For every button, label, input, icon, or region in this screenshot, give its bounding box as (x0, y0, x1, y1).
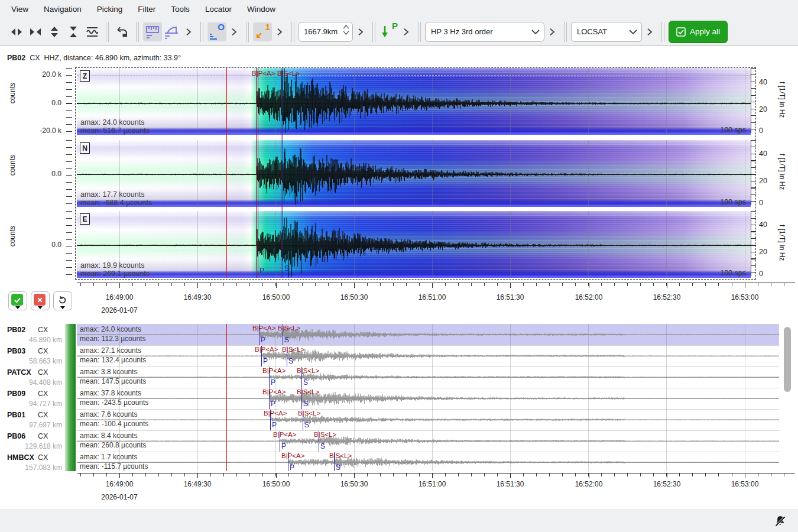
spinbox-arrows[interactable] (343, 25, 349, 35)
freq-tick-label: 40 (759, 220, 767, 229)
amax-annotation-e: amax: 19.9 kcounts (80, 261, 144, 270)
time-tick-label: 16:49:00 (96, 480, 143, 488)
overview-mode-icon: O (209, 24, 225, 40)
menu-picking[interactable]: Picking (92, 3, 128, 15)
toolbar-extension-button[interactable] (544, 22, 560, 41)
filter-select[interactable]: HP 3 Hz 3rd order (425, 22, 544, 42)
station-network: CX (38, 368, 48, 377)
freq-tick-label: 0 (759, 199, 763, 207)
toolbar-extension-button[interactable] (272, 22, 287, 41)
date-label: 2026-01-07 (93, 493, 146, 501)
time-tick-label: 16:52:00 (565, 293, 612, 301)
chevron-right-icon (401, 27, 411, 37)
compress-horizontal-button[interactable] (26, 22, 45, 41)
toolbar-extension-button[interactable] (181, 22, 196, 41)
undo-button[interactable] (113, 22, 132, 41)
channel-e[interactable]: E amax: 19.9 kcounts mean: 269.1 µcounts… (77, 211, 751, 278)
vertical-scrollbar[interactable] (784, 327, 791, 392)
station-network: CX (38, 347, 48, 355)
checkbox-checked-icon (676, 27, 686, 37)
chevron-right-icon (644, 27, 655, 37)
y-tick-label: -20.0 k (25, 126, 61, 135)
mean-annotation-n: mean: -688.4 µcounts (80, 199, 152, 207)
phase-p-letter: P (392, 21, 398, 31)
reject-picks-button[interactable] (31, 291, 50, 310)
station-network: CX (38, 453, 48, 462)
date-label: 2026-01-07 (93, 306, 146, 314)
revert-picks-button[interactable] (53, 291, 72, 310)
apply-all-button[interactable]: Apply all (669, 21, 728, 43)
waveform-e (77, 211, 751, 278)
mean-annotation-z: mean: 516.7 µcounts (80, 126, 150, 135)
chevron-right-icon (547, 27, 557, 37)
compress-vertical-button[interactable] (64, 22, 83, 41)
overview-mode-button[interactable]: O (207, 22, 226, 41)
freq-tick-label: 0 (759, 126, 763, 135)
distance-spinbox[interactable]: 1667.9km (299, 22, 353, 42)
freq-axis-label-z: f [1/T] in Hz (778, 82, 786, 118)
menu-view[interactable]: View (6, 3, 34, 15)
counts-axis-label-z: counts (8, 83, 17, 103)
channel-label-e: E (80, 213, 90, 225)
menu-tools[interactable]: Tools (166, 3, 195, 15)
waveform-n (77, 140, 751, 207)
dropdown-arrow (38, 306, 43, 309)
y-tick-label: 0.0 (25, 241, 61, 249)
y-tick-label: 0.0 (25, 99, 61, 107)
time-axis-line (77, 473, 795, 479)
ruler-icon (145, 24, 160, 40)
channel-label-z: Z (80, 70, 90, 82)
filter-value: HP 3 Hz 3rd order (431, 27, 493, 36)
expand-vertical-button[interactable] (45, 22, 64, 41)
amax-annotation-n: amax: 17.7 kcounts (80, 190, 144, 199)
protractor-tool-button[interactable] (162, 22, 181, 41)
ruler-tool-button[interactable] (143, 22, 162, 41)
trace-lines-icon (85, 25, 99, 39)
overlap-traces-button[interactable] (83, 22, 102, 41)
time-tick-label: 16:50:30 (330, 293, 378, 301)
toolbar-extension-button[interactable] (226, 22, 242, 41)
menu-locator[interactable]: Locator (200, 3, 237, 15)
mute-bell-icon[interactable] (773, 514, 787, 528)
toolbar-extension-button[interactable] (353, 22, 368, 41)
sample-rate-n: 100 sps (720, 198, 746, 206)
time-tick-label: 16:52:30 (643, 480, 690, 488)
status-bar (0, 510, 798, 532)
arrows-in-vertical-icon (66, 25, 80, 39)
expand-horizontal-button[interactable] (7, 22, 26, 41)
quality-bar (65, 345, 76, 366)
toolbar-extension-button[interactable] (398, 22, 414, 41)
toolbar-separator (661, 22, 664, 42)
toolbar: O 1 1667.9km P HP 3 H (0, 18, 798, 46)
accept-picks-button[interactable] (8, 291, 27, 310)
single-trace-mode-button[interactable]: 1 (253, 22, 272, 41)
station-code: PB09 (7, 390, 25, 398)
toolbar-extension-button[interactable] (642, 22, 657, 41)
locator-select[interactable]: LOCSAT (571, 22, 642, 42)
channel-z[interactable]: Z amax: 24.0 kcounts mean: 516.7 µcounts… (77, 68, 751, 135)
locator-value: LOCSAT (577, 27, 607, 36)
menu-window[interactable]: Window (242, 3, 281, 15)
toolbar-separator (372, 22, 375, 42)
freq-tick-label: 20 (759, 105, 767, 113)
sample-rate-e: 100 sps (720, 269, 746, 277)
amax-annotation-z: amax: 24.0 kcounts (80, 118, 144, 126)
toolbar-separator (564, 22, 567, 42)
trace-header-details: HHZ, distance: 46.890 km, azimuth: 33.9° (44, 54, 181, 62)
phase-p-button[interactable]: P (379, 22, 398, 41)
channel-n[interactable]: N amax: 17.7 kcounts mean: -688.4 µcount… (77, 140, 751, 207)
check-icon (11, 294, 23, 306)
chevron-right-icon (229, 27, 239, 37)
trace-header-station: PB02 (7, 54, 25, 62)
toolbar-separator (200, 22, 203, 42)
sample-rate-z: 100 sps (720, 126, 746, 134)
chevron-right-icon (274, 27, 285, 37)
menu-filter[interactable]: Filter (132, 3, 161, 15)
protractor-icon (164, 24, 179, 40)
time-tick-label: 16:49:30 (174, 480, 221, 488)
menu-navigation[interactable]: Navigation (38, 3, 87, 15)
station-list: PB02 CX 46.890 km amax: 24.0 kcounts mea… (0, 324, 798, 471)
station-code: PB01 (7, 411, 25, 419)
station-code: HMBCX (7, 453, 34, 462)
down-arrow-icon (381, 25, 389, 38)
